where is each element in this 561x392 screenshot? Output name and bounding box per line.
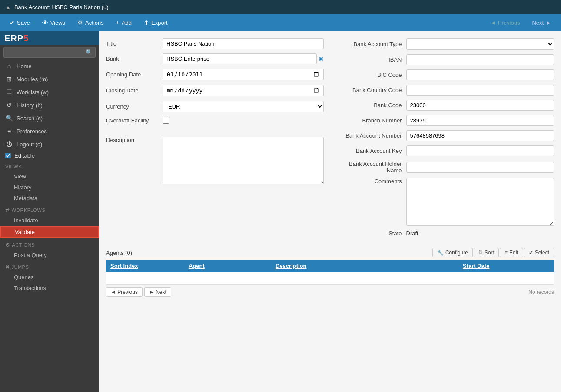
export-button[interactable]: ⬆ Export [139, 16, 173, 29]
page-title: Bank Account: HSBC Paris Nation (u) [14, 4, 109, 10]
account-type-select[interactable] [406, 38, 554, 50]
overdraft-checkbox[interactable] [163, 117, 169, 124]
account-number-input[interactable] [406, 130, 554, 141]
branch-number-label: Branch Number [337, 117, 402, 124]
branch-number-input[interactable] [406, 115, 554, 126]
bic-input[interactable] [406, 69, 554, 80]
holder-name-input[interactable] [406, 162, 554, 173]
description-textarea[interactable] [163, 137, 324, 184]
save-button[interactable]: ✔ Save [4, 16, 35, 29]
country-code-input[interactable] [406, 85, 554, 96]
comments-textarea[interactable] [406, 178, 554, 226]
form-row-account-number: Bank Account Number [337, 130, 554, 141]
account-key-input[interactable] [406, 145, 554, 156]
sidebar-item-home[interactable]: ⌂ Home [0, 59, 99, 72]
pagination-buttons: ◄ Previous ► Next [106, 287, 171, 297]
col-agent[interactable]: Agent [189, 263, 276, 269]
preferences-icon: ≡ [5, 128, 13, 135]
form-row-bank: Bank ✖ [106, 53, 324, 64]
views-button[interactable]: 👁 Views [37, 16, 70, 29]
sidebar-item-history[interactable]: ↺ History (h) [0, 99, 99, 112]
col-sort-index[interactable]: Sort Index [110, 263, 189, 269]
edit-label: Edit [509, 250, 518, 256]
actions-button[interactable]: ⚙ Actions [72, 16, 109, 29]
sidebar-sub-validate[interactable]: Validate [0, 226, 99, 238]
sidebar-sub-view[interactable]: View [0, 171, 99, 182]
agents-actions: 🔧 Configure ⇅ Sort ≡ Edit ✔ Select [432, 248, 554, 257]
sidebar-item-modules[interactable]: ⊞ Modules (m) [0, 72, 99, 86]
search-icon-button[interactable]: 🔍 [83, 47, 95, 57]
main-content: Title Bank ✖ Opening Date [99, 31, 561, 392]
views-label: Views [50, 20, 65, 26]
sidebar-search-box: 🔍 [3, 47, 96, 58]
currency-select[interactable]: EUR USD GBP [163, 101, 324, 112]
agents-table-body [106, 272, 554, 285]
opening-date-input[interactable] [163, 69, 324, 80]
title-input[interactable] [163, 38, 324, 49]
next-nav[interactable]: Next ► [527, 17, 557, 29]
country-code-label: Bank Country Code [337, 87, 402, 93]
actions-icon: ⚙ [77, 19, 83, 26]
sidebar-item-home-label: Home [17, 63, 32, 69]
bank-clear-icon[interactable]: ✖ [319, 56, 324, 63]
jumps-label: JUMPS [12, 264, 29, 270]
bank-code-input[interactable] [406, 100, 554, 111]
add-label: Add [122, 20, 132, 26]
currency-label: Currency [106, 103, 158, 110]
agents-next-button[interactable]: ► Next [144, 287, 171, 297]
closing-date-input[interactable] [163, 85, 324, 96]
export-icon: ⬆ [144, 19, 149, 26]
home-icon: ⌂ [5, 63, 13, 69]
select-button[interactable]: ✔ Select [524, 248, 554, 257]
logo-number: 5 [23, 33, 29, 43]
save-label: Save [17, 20, 30, 26]
form-row-state: State Draft [337, 230, 554, 237]
toolbar: ✔ Save 👁 Views ⚙ Actions + Add ⬆ Export … [0, 14, 561, 31]
sidebar-item-preferences[interactable]: ≡ Preferences [0, 125, 99, 138]
agents-previous-button[interactable]: ◄ Previous [106, 287, 143, 297]
page-titlebar: ▲ Bank Account: HSBC Paris Nation (u) [0, 0, 561, 14]
workflows-icon: ⇄ [5, 207, 10, 213]
form-row-overdraft: Overdraft Facility [106, 117, 324, 124]
sidebar-sub-metadata[interactable]: Metadata [0, 193, 99, 204]
form-right: Bank Account Type IBAN BIC Code [337, 38, 554, 241]
col-description[interactable]: Description [276, 263, 463, 269]
sidebar-sub-queries[interactable]: Queries [0, 272, 99, 283]
bank-input[interactable] [163, 53, 317, 64]
col-start-date[interactable]: Start Date [463, 263, 550, 269]
configure-button[interactable]: 🔧 Configure [432, 248, 473, 257]
editable-row: Editable [0, 151, 99, 161]
workflows-label: WORKFLOWS [12, 208, 46, 213]
prev-icon: ◄ [490, 20, 496, 26]
actions-section-label: ⚙ ACTIONS [0, 238, 99, 250]
search-input[interactable] [4, 48, 83, 57]
agents-header: Agents (0) 🔧 Configure ⇅ Sort ≡ Edit [106, 248, 554, 257]
actions-section-title: ACTIONS [12, 242, 35, 247]
sort-button[interactable]: ⇅ Sort [474, 248, 499, 257]
actions-label: Actions [85, 20, 104, 26]
sidebar-sub-post-query[interactable]: Post a Query [0, 250, 99, 260]
logo-erp: ERP [4, 33, 23, 43]
form-left: Title Bank ✖ Opening Date [106, 38, 324, 241]
add-button[interactable]: + Add [111, 16, 137, 29]
editable-checkbox[interactable] [5, 153, 11, 158]
edit-button[interactable]: ≡ Edit [500, 248, 523, 257]
sidebar-sub-transactions[interactable]: Transactions [0, 283, 99, 293]
agents-next-label: Next [156, 289, 166, 295]
comments-label: Comments [337, 178, 402, 184]
sidebar-item-search[interactable]: 🔍 Search (s) [0, 112, 99, 125]
sidebar-sub-invalidate[interactable]: Invalidate [0, 215, 99, 226]
sidebar-item-worklists[interactable]: ☰ Worklists (w) [0, 86, 99, 99]
previous-nav[interactable]: ◄ Previous [485, 17, 525, 29]
form-row-iban: IBAN [337, 54, 554, 65]
iban-input[interactable] [406, 54, 554, 65]
agents-title: Agents (0) [106, 250, 132, 256]
title-arrow-icon: ▲ [5, 4, 11, 10]
form-row-comments: Comments [337, 178, 554, 226]
configure-icon: 🔧 [437, 250, 444, 256]
form-grid: Title Bank ✖ Opening Date [106, 38, 554, 241]
sidebar-item-logout[interactable]: ⏻ Logout (o) [0, 138, 99, 151]
sidebar-sub-history[interactable]: History [0, 182, 99, 193]
agents-pagination: ◄ Previous ► Next No records [106, 287, 554, 297]
agents-prev-label: Previous [117, 289, 138, 295]
